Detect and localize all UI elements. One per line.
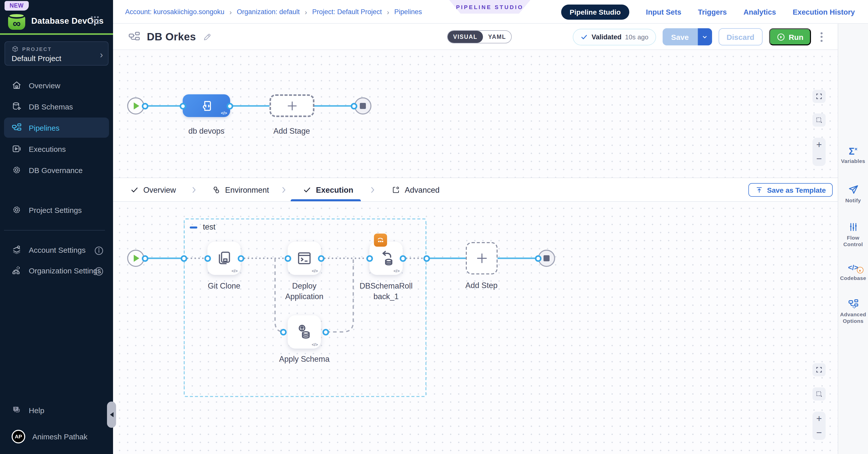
- info-icon[interactable]: [94, 246, 102, 254]
- rail-item-flow-control[interactable]: Flow Control: [838, 222, 868, 247]
- connector-dot[interactable]: [366, 255, 373, 262]
- zoom-in-button[interactable]: +: [812, 138, 826, 152]
- project-selector[interactable]: PROJECT Default Project ›: [4, 41, 108, 66]
- info-icon[interactable]: [94, 266, 102, 274]
- run-play-icon: [777, 33, 785, 41]
- connector-dot[interactable]: [205, 255, 211, 262]
- sidebar-item-help[interactable]: ? Help: [4, 400, 109, 420]
- rail-item-notify[interactable]: Notify: [838, 184, 868, 203]
- sidebar-item-pipelines[interactable]: Pipelines: [4, 118, 109, 138]
- stop-icon: [544, 255, 550, 261]
- step-node-apply-schema[interactable]: </>: [288, 315, 321, 349]
- rail-label: Notify: [845, 197, 861, 203]
- new-badge: NEW: [4, 1, 29, 10]
- step-node-dbschemarollback[interactable]: </>: [369, 241, 403, 275]
- executions-icon: [11, 144, 22, 154]
- tab-overview[interactable]: Overview: [130, 178, 176, 202]
- check-icon: [303, 186, 311, 194]
- connector-dot[interactable]: [285, 255, 291, 262]
- add-stage-button[interactable]: [270, 94, 314, 117]
- toggle-visual[interactable]: VISUAL: [447, 31, 483, 43]
- connector-dot[interactable]: [535, 255, 541, 262]
- tab-input-sets[interactable]: Input Sets: [646, 8, 681, 16]
- connector-dot[interactable]: [318, 255, 324, 262]
- zoom-out-button[interactable]: −: [812, 152, 826, 166]
- validated-time: 10s ago: [625, 33, 649, 41]
- gear-icon: [11, 205, 22, 215]
- rail-label: Flow Control: [839, 234, 867, 247]
- zoom-in-button[interactable]: +: [812, 412, 826, 426]
- save-button[interactable]: Save: [662, 28, 698, 45]
- step-node-deploy-application[interactable]: </>: [288, 241, 321, 275]
- sidebar-collapse-handle[interactable]: [107, 401, 116, 428]
- connector-dot[interactable]: [238, 255, 244, 262]
- project-label: PROJECT: [22, 46, 52, 52]
- plus-icon: [286, 100, 298, 112]
- run-button[interactable]: Run: [769, 28, 811, 45]
- execution-canvas[interactable]: test </> </>: [113, 202, 838, 454]
- variables-sigma-icon: Σ×: [849, 145, 858, 156]
- step-node-git-clone[interactable]: </>: [208, 241, 241, 275]
- save-options-button[interactable]: [698, 28, 712, 45]
- canvas-fullscreen-button[interactable]: [812, 90, 826, 103]
- toggle-yaml[interactable]: YAML: [483, 31, 511, 43]
- sidebar-item-project-settings[interactable]: Project Settings: [4, 200, 109, 220]
- sidebar-item-executions[interactable]: Executions: [4, 139, 109, 159]
- canvas-zoom-controls: + −: [812, 138, 826, 166]
- tab-execution[interactable]: Execution: [303, 178, 353, 202]
- tab-pipeline-studio[interactable]: Pipeline Studio: [561, 4, 629, 20]
- sidebar-item-overview[interactable]: Overview: [4, 75, 109, 95]
- add-step-button[interactable]: [466, 242, 498, 274]
- step-label: Deploy Application: [279, 281, 330, 302]
- connector-dot[interactable]: [280, 329, 287, 335]
- canvas-select-button[interactable]: [812, 114, 826, 127]
- connector-dot[interactable]: [322, 329, 329, 335]
- edit-pencil-icon[interactable]: [203, 32, 212, 42]
- connector-dot[interactable]: [226, 103, 233, 109]
- sliders-icon: [848, 222, 858, 232]
- sidebar-item-db-governance[interactable]: DB Governance: [4, 160, 109, 180]
- tab-environment[interactable]: Environment: [212, 178, 269, 202]
- rail-item-advanced-options[interactable]: Advanced Options: [838, 298, 868, 324]
- execution-flow-lines: [113, 202, 838, 454]
- rail-item-codebase[interactable]: </>▲ Codebase: [838, 262, 868, 281]
- more-options-kebab[interactable]: [817, 28, 826, 45]
- tab-triggers[interactable]: Triggers: [698, 8, 727, 16]
- stage-node-db-devops[interactable]: </>: [183, 94, 230, 117]
- app-grid-icon[interactable]: [90, 15, 100, 25]
- stage-canvas[interactable]: </> db devops Add Stage + −: [113, 50, 838, 178]
- chevron-right-icon: [368, 185, 376, 195]
- connector-dot[interactable]: [142, 103, 148, 109]
- sidebar-item-account-settings[interactable]: Account Settings: [4, 239, 109, 260]
- breadcrumb-separator: ›: [229, 8, 231, 16]
- collapse-group-button[interactable]: [190, 227, 197, 228]
- breadcrumb-organization[interactable]: Organization: default: [237, 8, 300, 15]
- breadcrumb-pipelines[interactable]: Pipelines: [394, 8, 422, 15]
- tab-execution-history[interactable]: Execution History: [793, 8, 855, 16]
- rail-item-variables[interactable]: Σ× Variables: [838, 145, 868, 164]
- tab-advanced[interactable]: Advanced: [392, 178, 439, 202]
- canvas-select-button[interactable]: [812, 387, 826, 400]
- sidebar-divider: [4, 230, 105, 230]
- tab-label: Environment: [225, 185, 269, 194]
- tab-analytics[interactable]: Analytics: [743, 8, 776, 16]
- connector-dot[interactable]: [180, 103, 186, 109]
- save-as-template-button[interactable]: Save as Template: [748, 183, 833, 197]
- breadcrumb-project[interactable]: Project: Default Project: [312, 8, 382, 15]
- pipeline-studio-app: NEW ∞ Database DevOps PROJECT Default Pr…: [0, 0, 868, 454]
- connector-dot[interactable]: [424, 255, 430, 262]
- user-menu[interactable]: AP Animesh Pathak: [4, 426, 109, 447]
- zoom-out-button[interactable]: −: [812, 426, 826, 440]
- sidebar-item-organization-settings[interactable]: Organization Settings: [4, 260, 109, 281]
- sidebar-item-db-schemas[interactable]: DB Schemas: [4, 96, 109, 117]
- connector-dot[interactable]: [142, 255, 148, 262]
- connector-dot[interactable]: [351, 103, 357, 109]
- breadcrumb: Account: kurosakiichigo.songoku › Organi…: [125, 0, 422, 24]
- connector-dot[interactable]: [400, 255, 406, 262]
- discard-button[interactable]: Discard: [719, 28, 763, 45]
- canvas-fullscreen-button[interactable]: [812, 363, 826, 376]
- home-icon: [11, 80, 22, 90]
- connector-dot[interactable]: [181, 255, 187, 262]
- breadcrumb-account[interactable]: Account: kurosakiichigo.songoku: [125, 8, 224, 15]
- gear-icon: [11, 165, 22, 175]
